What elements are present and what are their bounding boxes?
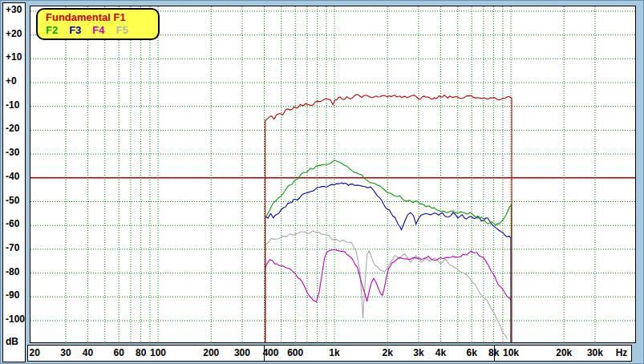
x-tick-label: 80 [136,347,146,358]
x-tick-label: 300 [234,347,250,358]
x-tick-label: 200 [203,347,219,358]
y-tick-label: +30 [6,5,25,15]
x-tick-label: 2k [383,347,393,358]
y-tick-label: -100 [6,314,25,325]
x-tick-label: 10k [503,347,519,358]
legend-items: F2F3F4F5 [46,24,150,36]
y-axis-unit: dB [6,337,25,347]
x-tick-label: 1k [329,347,339,358]
analyzer-window: +30+20+10+0-10-20-30-40-50-60-70-80-90-1… [0,0,644,364]
y-tick-label: -90 [6,290,25,301]
curve-f2 [265,160,512,342]
x-tick-label: 600 [287,347,303,358]
curve-f3 [265,183,511,342]
y-tick-label: -70 [6,243,25,253]
y-tick-label: -60 [6,219,25,229]
spectrum-chart [30,6,635,342]
y-tick-label: -10 [6,100,25,111]
legend-item-f5: F5 [116,24,128,36]
legend-title: Fundamental F1 [46,11,150,23]
y-tick-label: -30 [6,148,25,158]
x-tick-label: 20k [556,347,572,358]
y-tick-label: -40 [6,172,25,182]
curve-f5 [265,231,508,342]
y-tick-label: +0 [6,76,25,87]
range-marker [494,346,495,361]
y-tick-label: +20 [6,29,25,39]
x-tick-label: 4k [435,347,446,358]
x-tick-label: 30 [60,347,71,358]
x-tick-label: 6k [467,347,477,358]
legend-item-f4: F4 [92,24,104,36]
y-axis-strip: +30+20+10+0-10-20-30-40-50-60-70-80-90-1… [2,2,26,362]
x-axis-unit: Hz [616,347,628,358]
curve-f4 [265,249,512,342]
range-marker [264,346,265,361]
legend-box: Fundamental F1 F2F3F4F5 [36,8,160,40]
x-axis-strip: 20304060801002003004006001k2k3k4k6k8k10k… [27,345,632,362]
x-tick-label: 3k [413,347,423,358]
y-tick-label: -20 [6,123,25,134]
x-tick-label: 60 [114,347,124,358]
x-tick-label: 100 [150,347,166,358]
y-tick-label: -80 [6,267,25,277]
plot-area [30,6,636,343]
x-tick-label: 30k [587,347,603,358]
x-tick-label: 20 [30,347,40,358]
legend-item-f2: F2 [46,24,58,36]
x-tick-label: 40 [83,347,93,358]
y-tick-label: +10 [6,52,25,63]
legend-item-f3: F3 [69,24,81,36]
y-tick-label: -50 [6,196,25,206]
